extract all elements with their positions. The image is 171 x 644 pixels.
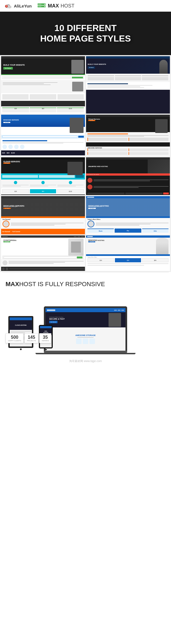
server-icon [37, 3, 46, 9]
stat-number-2: 145 [27, 335, 36, 340]
stat-number-1: 500 [8, 335, 21, 340]
style-9-card[interactable]: Unlimited Web Hosting CLOUD SERVERS Get … [1, 235, 85, 271]
svg-point-8 [44, 4, 45, 5]
mini-site-6: Unlimited Hosting UNLIMITED WEB HOSTING … [86, 157, 170, 195]
mini-site-9: Unlimited Web Hosting CLOUD SERVERS Get … [1, 235, 85, 271]
maxhost-host: HOST [61, 3, 74, 9]
phone-home-button [45, 349, 47, 350]
hero-line2: HOME PAGE STYLES [40, 34, 131, 43]
laptop-base [44, 351, 127, 353]
laptop-screen: Unlimited Web Hosting SECURE & FAST Get … [44, 306, 127, 351]
hero-line1: 10 DIFFERENT [54, 23, 117, 33]
laptop-foot [36, 353, 135, 354]
cloud-icon [4, 3, 12, 9]
screenshots-grid: BUILD YOUR WEBSITEGet Started [0, 55, 171, 272]
style-3-card[interactable]: MANAGED SERVERS Learn More [1, 115, 85, 156]
responsive-title-strong: MAX [6, 281, 19, 288]
mini-site-1: BUILD YOUR WEBSITEGet Started [1, 56, 85, 114]
mini-site-3: MANAGED SERVERS Learn More [1, 115, 85, 156]
stat-box-1: 500 HAPPY CLIENTS [6, 333, 24, 343]
style-6-card[interactable]: Unlimited Hosting UNLIMITED WEB HOSTING … [86, 157, 170, 195]
maxhost-logo: MAXHOST [37, 3, 74, 9]
maxhost-max: MAX [48, 3, 59, 9]
mini-site-4: Premium Cloud Hosting Virtual Servers Ge… [86, 115, 170, 156]
style-2-card[interactable]: BUILD YOUR WEBSITEGet Started [86, 56, 170, 114]
stat-box-3: 35 AWARDS [39, 333, 51, 343]
stat-label-2: PROJECTS [27, 340, 36, 342]
style-10-card[interactable]: Dedicated Hosting DEDICATED HOSTING Get … [86, 235, 170, 271]
mini-site-7: DEDICATED SERVERS Premium Hosting Packag… [1, 196, 85, 234]
responsive-title: MAXHOST IS FULLY RESPONSIVE [6, 281, 165, 288]
svg-rect-11 [38, 6, 41, 7]
style-7-card[interactable]: DEDICATED SERVERS Premium Hosting Packag… [1, 196, 85, 234]
style-5-card[interactable]: Computer Cloud Hosting CLOUD SERVERS Get… [1, 157, 85, 195]
header: AliLeYun MAXHOST [0, 0, 171, 12]
responsive-title-rest: HOST IS FULLY RESPONSIVE [19, 281, 105, 288]
stat-label-3: AWARDS [42, 340, 49, 342]
style-4-card[interactable]: Premium Cloud Hosting Virtual Servers Ge… [86, 115, 170, 156]
stat-number-3: 35 [42, 335, 49, 340]
hero-banner: 10 DIFFERENT HOME PAGE STYLES [0, 12, 171, 55]
stats-boxes: 500 HAPPY CLIENTS 145 PROJECTS 35 AWARDS [6, 333, 51, 343]
watermark: 淘哥素材网 www.tqge.com [0, 357, 171, 365]
svg-rect-10 [38, 4, 41, 5]
style-1-card[interactable]: BUILD YOUR WEBSITEGet Started [1, 56, 85, 114]
alileyun-label: AliLeYun [14, 4, 32, 8]
alileyun-logo: AliLeYun [4, 3, 32, 9]
tablet-home-button [20, 348, 22, 350]
mini-site-10: Dedicated Hosting DEDICATED HOSTING Get … [86, 235, 170, 268]
stat-label-1: HAPPY CLIENTS [8, 340, 21, 342]
stat-box-2: 145 PROJECTS [24, 333, 38, 343]
svg-point-9 [44, 6, 45, 7]
mini-site-2: BUILD YOUR WEBSITEGet Started [86, 56, 170, 93]
mini-site-5: Computer Cloud Hosting CLOUD SERVERS Get… [1, 157, 85, 194]
hero-text: 10 DIFFERENT HOME PAGE STYLES [40, 23, 131, 44]
mini-site-8: DEDICATED HOSTING Premium Hosting Soluti… [86, 196, 170, 234]
devices-container: 500 HAPPY CLIENTS 145 PROJECTS 35 AWARDS [6, 293, 165, 354]
laptop: Unlimited Web Hosting SECURE & FAST Get … [44, 306, 127, 354]
style-8-card[interactable]: DEDICATED HOSTING Premium Hosting Soluti… [86, 196, 170, 234]
responsive-section: MAXHOST IS FULLY RESPONSIVE 500 HAPPY CL… [0, 272, 171, 357]
